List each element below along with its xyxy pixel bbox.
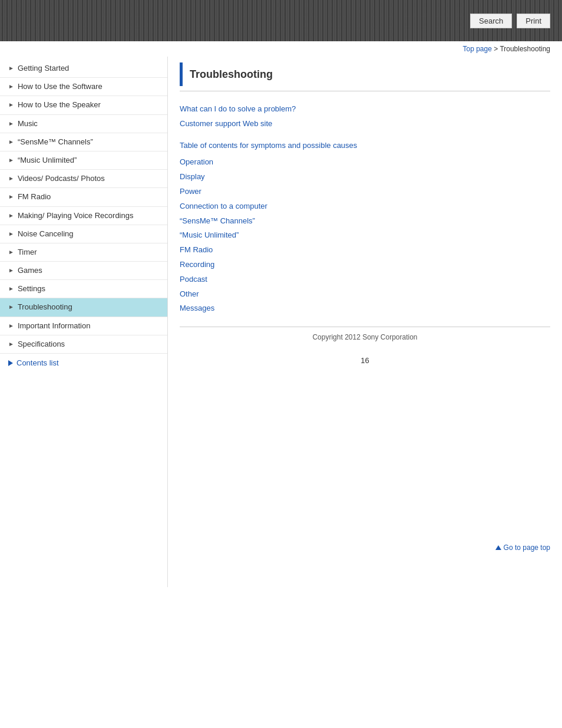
sidebar-item-label: Music [18, 118, 161, 129]
link-what-can-i-do[interactable]: What can I do to solve a problem? [180, 103, 550, 116]
sidebar-item-making-playing-voice[interactable]: ►Making/ Playing Voice Recordings [0, 207, 167, 225]
link-sensme-channels[interactable]: “SensMe™ Channels” [180, 215, 550, 228]
sidebar-item-timer[interactable]: ►Timer [0, 243, 167, 262]
title-accent [180, 62, 183, 86]
breadcrumb-separator: > [492, 45, 500, 53]
sidebar-item-label: FM Radio [18, 192, 161, 202]
bottom-links-section: OperationDisplayPowerConnection to a com… [180, 156, 550, 315]
layout: ►Getting Started►How to Use the Software… [0, 57, 562, 587]
sidebar-item-fm-radio[interactable]: ►FM Radio [0, 188, 167, 206]
toc-section: Table of contents for symptoms and possi… [180, 140, 550, 152]
sidebar-item-label: Settings [18, 284, 161, 294]
arrow-icon: ► [8, 193, 14, 201]
page-title-bar: Troubleshooting [180, 62, 550, 91]
arrow-icon: ► [8, 248, 14, 256]
header: Search Print [0, 0, 562, 41]
contents-list-label: Contents list [16, 358, 59, 367]
sidebar-item-label: Specifications [18, 339, 161, 350]
sidebar-item-music[interactable]: ►Music [0, 115, 167, 133]
triangle-up-icon [495, 545, 501, 550]
sidebar-item-noise-canceling[interactable]: ►Noise Canceling [0, 225, 167, 243]
sidebar-item-videos-podcasts-photos[interactable]: ►Videos/ Podcasts/ Photos [0, 170, 167, 188]
link-operation[interactable]: Operation [180, 156, 550, 169]
breadcrumb-current: Troubleshooting [500, 45, 550, 53]
link-recording[interactable]: Recording [180, 259, 550, 271]
sidebar-item-how-to-use-software[interactable]: ►How to Use the Software [0, 78, 167, 96]
main-content: Troubleshooting What can I do to solve a… [168, 57, 562, 587]
breadcrumb-top-link[interactable]: Top page [463, 45, 492, 53]
top-links-section: What can I do to solve a problem?Custome… [180, 103, 550, 130]
sidebar: ►Getting Started►How to Use the Software… [0, 57, 168, 587]
sidebar-item-label: How to Use the Speaker [18, 100, 161, 110]
link-messages[interactable]: Messages [180, 302, 550, 315]
arrow-icon: ► [8, 285, 14, 293]
arrow-icon: ► [8, 322, 14, 330]
sidebar-item-label: Important Information [18, 321, 161, 331]
sidebar-item-specifications[interactable]: ►Specifications [0, 335, 167, 354]
arrow-icon: ► [8, 101, 14, 109]
arrow-icon: ► [8, 340, 14, 348]
arrow-icon: ► [8, 303, 14, 311]
print-button[interactable]: Print [517, 14, 550, 28]
sidebar-item-label: Making/ Playing Voice Recordings [18, 210, 161, 221]
link-music-unlimited[interactable]: “Music Unlimited” [180, 229, 550, 242]
arrow-icon: ► [8, 174, 14, 183]
arrow-icon: ► [8, 230, 14, 238]
arrow-icon: ► [8, 83, 14, 91]
link-customer-support[interactable]: Customer support Web site [180, 118, 550, 130]
sidebar-item-sensme-channels[interactable]: ►“SensMe™ Channels” [0, 133, 167, 151]
sidebar-item-how-to-use-speaker[interactable]: ►How to Use the Speaker [0, 96, 167, 114]
arrow-right-icon [8, 360, 13, 366]
arrow-icon: ► [8, 120, 14, 128]
arrow-icon: ► [8, 156, 14, 164]
contents-list-link[interactable]: Contents list [0, 354, 167, 372]
arrow-icon: ► [8, 212, 14, 220]
sidebar-item-label: Videos/ Podcasts/ Photos [18, 173, 161, 184]
sidebar-item-settings[interactable]: ►Settings [0, 280, 167, 298]
copyright: Copyright 2012 Sony Corporation [312, 333, 417, 341]
sidebar-item-label: “Music Unlimited” [18, 155, 161, 166]
go-to-top-link[interactable]: Go to page top [495, 543, 550, 552]
page-title: Troubleshooting [190, 68, 273, 81]
search-button[interactable]: Search [470, 14, 512, 28]
go-to-top-label: Go to page top [504, 543, 550, 552]
sidebar-item-troubleshooting[interactable]: ►Troubleshooting [0, 298, 167, 317]
link-fm-radio[interactable]: FM Radio [180, 244, 550, 256]
sidebar-item-label: How to Use the Software [18, 81, 161, 92]
page-number: 16 [180, 356, 550, 365]
sidebar-item-label: Timer [18, 247, 161, 258]
sidebar-item-label: Games [18, 265, 161, 276]
breadcrumb: Top page > Troubleshooting [0, 41, 562, 57]
toc-link[interactable]: Table of contents for symptoms and possi… [180, 140, 550, 152]
link-other[interactable]: Other [180, 288, 550, 301]
sidebar-item-label: Getting Started [18, 63, 161, 74]
sidebar-item-music-unlimited[interactable]: ►“Music Unlimited” [0, 151, 167, 170]
sidebar-item-label: Noise Canceling [18, 229, 161, 239]
arrow-icon: ► [8, 64, 14, 73]
footer: Copyright 2012 Sony Corporation [180, 327, 550, 347]
arrow-icon: ► [8, 266, 14, 275]
sidebar-item-label: “SensMe™ Channels” [18, 137, 161, 147]
sidebar-item-games[interactable]: ►Games [0, 262, 167, 280]
link-display[interactable]: Display [180, 171, 550, 183]
arrow-icon: ► [8, 138, 14, 146]
sidebar-item-getting-started[interactable]: ►Getting Started [0, 60, 167, 78]
link-connection-computer[interactable]: Connection to a computer [180, 200, 550, 213]
link-podcast[interactable]: Podcast [180, 274, 550, 286]
sidebar-item-label: Troubleshooting [18, 302, 161, 312]
sidebar-item-important-information[interactable]: ►Important Information [0, 317, 167, 335]
link-power[interactable]: Power [180, 186, 550, 198]
